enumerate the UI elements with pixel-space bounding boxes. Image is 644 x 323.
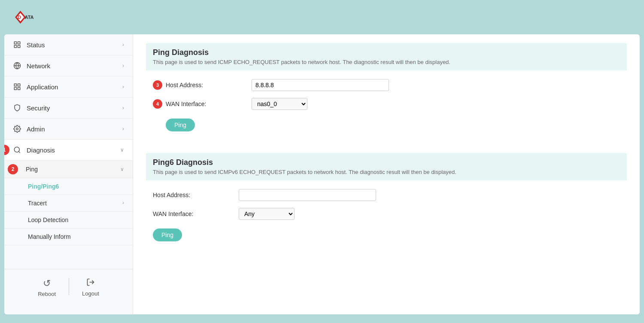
reboot-label: Reboot xyxy=(38,291,56,297)
ping-section-title: Ping Diagnosis xyxy=(153,48,620,57)
ping6-button[interactable]: Ping xyxy=(153,229,182,241)
svg-rect-8 xyxy=(14,88,16,90)
security-icon xyxy=(13,104,21,112)
ping-host-input[interactable] xyxy=(252,79,389,91)
svg-text:D: D xyxy=(18,15,21,20)
sidebar-subsubitem-loop-detection[interactable]: Loop Detection xyxy=(4,212,133,229)
admin-chevron: › xyxy=(122,126,124,132)
svg-line-12 xyxy=(18,151,20,152)
ping6-wan-label: WAN Interface: xyxy=(153,210,239,217)
ping-diagnosis-section: Ping Diagnosis This page is used to send… xyxy=(146,43,627,140)
ping-section-header: Ping Diagnosis This page is used to send… xyxy=(146,43,627,70)
diagnosis-badge: 1 xyxy=(4,145,9,155)
sidebar-item-security[interactable]: Security › xyxy=(4,98,133,119)
sidebar-item-network[interactable]: Network › xyxy=(4,55,133,76)
network-chevron: › xyxy=(122,63,124,69)
ping-badge: 2 xyxy=(8,164,18,174)
ping-wan-badge: 4 xyxy=(153,99,162,109)
sidebar-item-admin-label: Admin xyxy=(27,125,45,133)
ping6-section-header: Ping6 Diagnosis This page is used to sen… xyxy=(146,153,627,180)
sidebar-item-application[interactable]: Application › xyxy=(4,76,133,98)
tracert-label: Tracert xyxy=(28,200,47,207)
logo-svg: D ATA xyxy=(9,6,34,28)
status-icon xyxy=(13,40,21,49)
reboot-icon: ↺ xyxy=(43,278,51,289)
ping6-section-title: Ping6 Diagnosis xyxy=(153,158,620,167)
content-area: Ping Diagnosis This page is used to send… xyxy=(133,34,640,314)
tracert-chevron: › xyxy=(122,200,124,207)
reboot-button[interactable]: ↺ Reboot xyxy=(38,278,56,297)
ping-host-label: Host Address: xyxy=(166,82,252,88)
sidebar-subitem-ping[interactable]: 2 Ping ∨ xyxy=(4,161,133,178)
logout-icon xyxy=(86,278,95,289)
header: D ATA xyxy=(0,0,644,34)
ping-button[interactable]: Ping xyxy=(166,119,195,131)
sidebar-item-security-label: Security xyxy=(27,104,50,112)
ping6-host-address-row: Host Address: xyxy=(153,189,620,201)
sidebar-item-network-label: Network xyxy=(27,62,50,70)
admin-icon xyxy=(13,125,21,133)
ping6-host-label: Host Address: xyxy=(153,192,239,198)
main-wrapper: Status › Network › xyxy=(4,34,640,314)
network-icon xyxy=(13,61,21,70)
logout-button[interactable]: Logout xyxy=(82,278,99,297)
ping-ping6-label: Ping/Ping6 xyxy=(28,183,59,190)
ping-chevron: ∨ xyxy=(120,166,124,172)
svg-text:ATA: ATA xyxy=(25,15,34,20)
ping6-section-body: Host Address: WAN Interface: Any Ping xyxy=(146,180,627,250)
sidebar-bottom: ↺ Reboot Logout xyxy=(4,269,133,306)
sidebar-subsubitem-tracert[interactable]: Tracert › xyxy=(4,195,133,212)
ping-section-desc: This page is used to send ICMP ECHO_REQU… xyxy=(153,59,620,65)
ping6-wan-row: WAN Interface: Any xyxy=(153,208,620,220)
sidebar-item-admin[interactable]: Admin › xyxy=(4,119,133,140)
application-chevron: › xyxy=(122,84,124,90)
svg-point-10 xyxy=(16,128,18,130)
ping-section-body: 3 Host Address: 4 WAN Interface: nas0_0 … xyxy=(146,70,627,140)
sidebar-item-diagnosis[interactable]: 1 Diagnosis ∨ xyxy=(4,140,133,161)
ping-host-badge: 3 xyxy=(153,80,162,90)
application-icon xyxy=(13,82,21,91)
diagnosis-chevron: ∨ xyxy=(120,147,124,153)
ping-host-address-row: 3 Host Address: xyxy=(166,79,620,91)
svg-rect-6 xyxy=(14,84,16,86)
sidebar-item-status[interactable]: Status › xyxy=(4,34,133,55)
ping-wan-row: 4 WAN Interface: nas0_0 xyxy=(166,98,620,110)
sidebar-subsubitem-manually-inform[interactable]: Manually Inform xyxy=(4,229,133,245)
svg-rect-7 xyxy=(18,84,20,86)
divider xyxy=(69,278,69,295)
diagnosis-icon xyxy=(13,146,21,154)
sidebar-subitem-ping-label: Ping xyxy=(21,166,38,173)
security-chevron: › xyxy=(122,105,124,111)
loop-detection-label: Loop Detection xyxy=(28,216,68,223)
logo: D ATA xyxy=(9,6,34,28)
svg-rect-9 xyxy=(18,88,20,90)
ping6-wan-select[interactable]: Any xyxy=(239,208,295,220)
status-chevron: › xyxy=(122,42,124,48)
sidebar-subsubitem-ping-ping6[interactable]: Ping/Ping6 xyxy=(4,178,133,195)
logout-label: Logout xyxy=(82,290,99,297)
svg-point-11 xyxy=(14,147,19,152)
ping-wan-select[interactable]: nas0_0 xyxy=(252,98,307,110)
sidebar-item-diagnosis-label: Diagnosis xyxy=(27,146,55,154)
ping-wan-label: WAN Interface: xyxy=(166,101,252,107)
ping6-section-desc: This page is used to send ICMPv6 ECHO_RE… xyxy=(153,169,620,175)
ping6-host-input[interactable] xyxy=(239,189,376,201)
manually-inform-label: Manually Inform xyxy=(28,233,71,240)
sidebar-item-application-label: Application xyxy=(27,83,58,91)
sidebar: Status › Network › xyxy=(4,34,133,314)
sidebar-item-status-label: Status xyxy=(27,41,45,49)
ping6-diagnosis-section: Ping6 Diagnosis This page is used to sen… xyxy=(146,153,627,250)
